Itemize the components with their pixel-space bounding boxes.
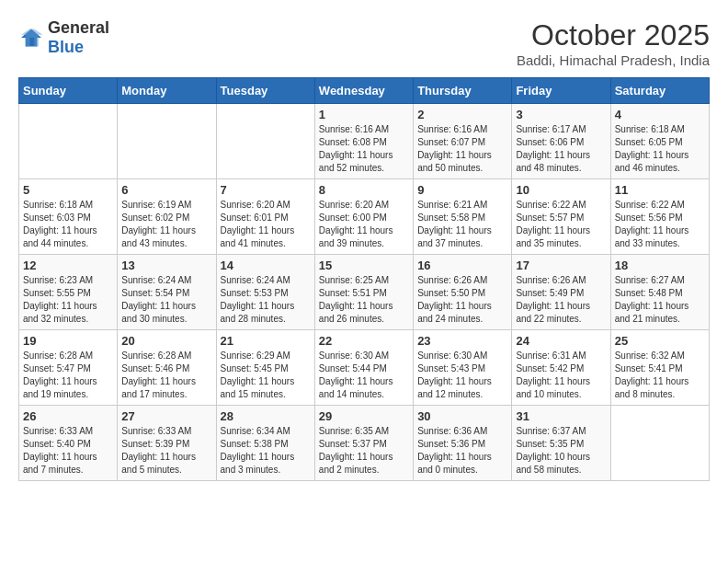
weekday-header-sunday: Sunday xyxy=(19,78,118,104)
calendar-cell xyxy=(118,104,216,179)
day-number: 23 xyxy=(417,334,507,348)
day-content: Sunrise: 6:26 AM Sunset: 5:49 PM Dayligh… xyxy=(516,274,606,326)
calendar-cell: 21Sunrise: 6:29 AM Sunset: 5:45 PM Dayli… xyxy=(216,330,314,406)
day-number: 29 xyxy=(319,409,409,423)
day-number: 25 xyxy=(615,334,705,348)
logo: General Blue xyxy=(18,18,109,57)
calendar-cell: 9Sunrise: 6:21 AM Sunset: 5:58 PM Daylig… xyxy=(414,179,512,255)
day-content: Sunrise: 6:22 AM Sunset: 5:56 PM Dayligh… xyxy=(615,199,705,250)
calendar-cell: 7Sunrise: 6:20 AM Sunset: 6:01 PM Daylig… xyxy=(216,179,314,255)
day-number: 1 xyxy=(319,108,409,121)
day-content: Sunrise: 6:33 AM Sunset: 5:39 PM Dayligh… xyxy=(121,425,211,477)
day-number: 17 xyxy=(516,259,606,272)
calendar-week-row: 26Sunrise: 6:33 AM Sunset: 5:40 PM Dayli… xyxy=(19,406,710,481)
calendar-cell: 17Sunrise: 6:26 AM Sunset: 5:49 PM Dayli… xyxy=(512,255,610,330)
calendar-cell: 2Sunrise: 6:16 AM Sunset: 6:07 PM Daylig… xyxy=(414,104,512,179)
day-content: Sunrise: 6:32 AM Sunset: 5:41 PM Dayligh… xyxy=(615,350,705,401)
calendar-cell: 13Sunrise: 6:24 AM Sunset: 5:54 PM Dayli… xyxy=(118,255,216,330)
day-number: 21 xyxy=(221,334,311,348)
day-number: 30 xyxy=(417,409,507,423)
calendar-cell: 29Sunrise: 6:35 AM Sunset: 5:37 PM Dayli… xyxy=(314,406,413,481)
day-content: Sunrise: 6:25 AM Sunset: 5:51 PM Dayligh… xyxy=(319,274,409,326)
calendar-table: SundayMondayTuesdayWednesdayThursdayFrid… xyxy=(18,77,710,481)
day-number: 15 xyxy=(319,259,409,272)
calendar-cell: 1Sunrise: 6:16 AM Sunset: 6:08 PM Daylig… xyxy=(314,104,413,179)
day-content: Sunrise: 6:17 AM Sunset: 6:06 PM Dayligh… xyxy=(516,123,606,175)
location-title: Baddi, Himachal Pradesh, India xyxy=(517,52,710,68)
day-content: Sunrise: 6:20 AM Sunset: 6:00 PM Dayligh… xyxy=(319,199,409,250)
day-content: Sunrise: 6:19 AM Sunset: 6:02 PM Dayligh… xyxy=(121,199,211,250)
weekday-header-tuesday: Tuesday xyxy=(216,78,314,104)
day-number: 6 xyxy=(121,183,211,197)
logo-blue: Blue xyxy=(48,38,84,56)
day-content: Sunrise: 6:16 AM Sunset: 6:08 PM Dayligh… xyxy=(319,123,409,175)
calendar-cell: 18Sunrise: 6:27 AM Sunset: 5:48 PM Dayli… xyxy=(610,255,709,330)
calendar-week-row: 1Sunrise: 6:16 AM Sunset: 6:08 PM Daylig… xyxy=(19,104,710,179)
calendar-cell: 28Sunrise: 6:34 AM Sunset: 5:38 PM Dayli… xyxy=(216,406,314,481)
day-number: 18 xyxy=(615,259,705,272)
month-title: October 2025 xyxy=(517,18,710,52)
weekday-header-saturday: Saturday xyxy=(610,78,709,104)
calendar-cell: 5Sunrise: 6:18 AM Sunset: 6:03 PM Daylig… xyxy=(19,179,118,255)
day-content: Sunrise: 6:35 AM Sunset: 5:37 PM Dayligh… xyxy=(319,425,409,477)
day-content: Sunrise: 6:26 AM Sunset: 5:50 PM Dayligh… xyxy=(417,274,507,326)
day-number: 4 xyxy=(615,108,705,121)
day-content: Sunrise: 6:28 AM Sunset: 5:46 PM Dayligh… xyxy=(121,350,211,401)
day-number: 13 xyxy=(121,259,211,272)
logo-text: General Blue xyxy=(48,18,109,57)
calendar-cell xyxy=(610,406,709,481)
day-number: 10 xyxy=(516,183,606,197)
calendar-cell: 12Sunrise: 6:23 AM Sunset: 5:55 PM Dayli… xyxy=(19,255,118,330)
calendar-cell: 26Sunrise: 6:33 AM Sunset: 5:40 PM Dayli… xyxy=(19,406,118,481)
calendar-cell: 31Sunrise: 6:37 AM Sunset: 5:35 PM Dayli… xyxy=(512,406,610,481)
weekday-header-monday: Monday xyxy=(118,78,216,104)
calendar-week-row: 5Sunrise: 6:18 AM Sunset: 6:03 PM Daylig… xyxy=(19,179,710,255)
day-content: Sunrise: 6:21 AM Sunset: 5:58 PM Dayligh… xyxy=(417,199,507,250)
day-number: 19 xyxy=(23,334,113,348)
day-number: 16 xyxy=(417,259,507,272)
calendar-cell: 14Sunrise: 6:24 AM Sunset: 5:53 PM Dayli… xyxy=(216,255,314,330)
day-number: 20 xyxy=(121,334,211,348)
day-content: Sunrise: 6:24 AM Sunset: 5:53 PM Dayligh… xyxy=(221,274,311,326)
calendar-cell: 19Sunrise: 6:28 AM Sunset: 5:47 PM Dayli… xyxy=(19,330,118,406)
day-number: 28 xyxy=(221,409,311,423)
day-number: 3 xyxy=(516,108,606,121)
day-content: Sunrise: 6:29 AM Sunset: 5:45 PM Dayligh… xyxy=(221,350,311,401)
day-number: 5 xyxy=(23,183,113,197)
day-content: Sunrise: 6:31 AM Sunset: 5:42 PM Dayligh… xyxy=(516,350,606,401)
calendar-week-row: 12Sunrise: 6:23 AM Sunset: 5:55 PM Dayli… xyxy=(19,255,710,330)
calendar-cell: 22Sunrise: 6:30 AM Sunset: 5:44 PM Dayli… xyxy=(314,330,413,406)
day-content: Sunrise: 6:30 AM Sunset: 5:43 PM Dayligh… xyxy=(417,350,507,401)
calendar-cell: 16Sunrise: 6:26 AM Sunset: 5:50 PM Dayli… xyxy=(414,255,512,330)
day-content: Sunrise: 6:30 AM Sunset: 5:44 PM Dayligh… xyxy=(319,350,409,401)
logo-general: General xyxy=(48,18,109,37)
day-content: Sunrise: 6:24 AM Sunset: 5:54 PM Dayligh… xyxy=(121,274,211,326)
calendar-cell: 6Sunrise: 6:19 AM Sunset: 6:02 PM Daylig… xyxy=(118,179,216,255)
day-content: Sunrise: 6:18 AM Sunset: 6:05 PM Dayligh… xyxy=(615,123,705,175)
day-content: Sunrise: 6:16 AM Sunset: 6:07 PM Dayligh… xyxy=(417,123,507,175)
day-number: 31 xyxy=(516,409,606,423)
page-header: General Blue October 2025 Baddi, Himacha… xyxy=(18,18,710,68)
calendar-cell: 25Sunrise: 6:32 AM Sunset: 5:41 PM Dayli… xyxy=(610,330,709,406)
calendar-week-row: 19Sunrise: 6:28 AM Sunset: 5:47 PM Dayli… xyxy=(19,330,710,406)
calendar-cell xyxy=(19,104,118,179)
day-number: 11 xyxy=(615,183,705,197)
logo-icon xyxy=(18,28,44,48)
weekday-header-wednesday: Wednesday xyxy=(314,78,413,104)
day-number: 12 xyxy=(23,259,113,272)
calendar-cell: 23Sunrise: 6:30 AM Sunset: 5:43 PM Dayli… xyxy=(414,330,512,406)
day-number: 14 xyxy=(221,259,311,272)
day-content: Sunrise: 6:33 AM Sunset: 5:40 PM Dayligh… xyxy=(23,425,113,477)
day-content: Sunrise: 6:34 AM Sunset: 5:38 PM Dayligh… xyxy=(221,425,311,477)
day-content: Sunrise: 6:18 AM Sunset: 6:03 PM Dayligh… xyxy=(23,199,113,250)
day-content: Sunrise: 6:22 AM Sunset: 5:57 PM Dayligh… xyxy=(516,199,606,250)
day-content: Sunrise: 6:28 AM Sunset: 5:47 PM Dayligh… xyxy=(23,350,113,401)
day-content: Sunrise: 6:20 AM Sunset: 6:01 PM Dayligh… xyxy=(221,199,311,250)
calendar-cell: 27Sunrise: 6:33 AM Sunset: 5:39 PM Dayli… xyxy=(118,406,216,481)
day-number: 7 xyxy=(221,183,311,197)
day-number: 26 xyxy=(23,409,113,423)
calendar-cell: 11Sunrise: 6:22 AM Sunset: 5:56 PM Dayli… xyxy=(610,179,709,255)
day-number: 24 xyxy=(516,334,606,348)
weekday-header-thursday: Thursday xyxy=(414,78,512,104)
weekday-header-row: SundayMondayTuesdayWednesdayThursdayFrid… xyxy=(19,78,710,104)
